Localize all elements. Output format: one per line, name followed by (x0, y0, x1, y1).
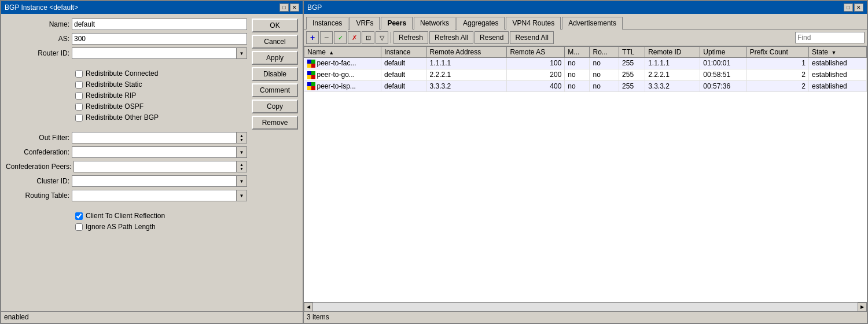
out-filter-input[interactable] (72, 132, 237, 143)
right-title-controls: □ ✕ (844, 3, 863, 12)
ignore-as-path-checkbox[interactable] (75, 223, 83, 231)
client-to-client-label: Client To Client Reflection (86, 212, 165, 220)
scroll-right-button[interactable]: ▶ (858, 303, 867, 312)
col-m[interactable]: M... (565, 47, 590, 58)
tab-advertisements[interactable]: Advertisements (562, 17, 623, 30)
client-to-client-row: Client To Client Reflection (75, 212, 247, 220)
confederation-peers-input[interactable] (73, 161, 237, 172)
copy-button[interactable]: Copy (252, 100, 298, 113)
table-header-row: Name ▲ Instance Remote Address Remote AS… (304, 47, 867, 58)
cell-uptime: 00:58:51 (700, 69, 746, 80)
redistribute-ospf-checkbox[interactable] (75, 103, 83, 111)
scroll-left-button[interactable]: ◀ (304, 303, 313, 312)
filter-button[interactable]: ▽ (376, 31, 388, 44)
refresh-button[interactable]: Refresh (393, 31, 428, 44)
col-remote-address[interactable]: Remote Address (426, 47, 507, 58)
client-to-client-checkbox[interactable] (75, 212, 83, 220)
confederation-peers-dropdown-btn[interactable]: ▲▼ (237, 161, 247, 172)
out-filter-dropdown-btn[interactable]: ▲▼ (237, 132, 247, 143)
confederation-input[interactable] (72, 146, 237, 158)
cluster-id-dropdown-btn[interactable]: ▼ (237, 175, 247, 187)
remove-toolbar-button[interactable]: − (320, 31, 333, 44)
left-title-bar: BGP Instance <default> □ ✕ (1, 1, 303, 14)
disable-button[interactable]: Disable (252, 67, 298, 81)
right-restore-button[interactable]: □ (844, 3, 853, 12)
redistribute-rip-checkbox[interactable] (75, 92, 83, 100)
apply-button[interactable]: Apply (252, 51, 298, 65)
confederation-label: Confederation: (6, 148, 69, 156)
cell-prefix-count: 2 (746, 69, 808, 80)
left-restore-button[interactable]: □ (279, 3, 289, 12)
tab-aggregates[interactable]: Aggregates (457, 17, 505, 30)
col-ro[interactable]: Ro... (590, 47, 619, 58)
routing-table-input-group: ▼ (72, 190, 247, 201)
right-close-button[interactable]: ✕ (854, 3, 863, 12)
find-input[interactable] (795, 32, 865, 43)
tab-networks[interactable]: Networks (414, 17, 455, 30)
routing-table-row: Routing Table: ▼ (6, 190, 247, 201)
tabs-bar: Instances VRFs Peers Networks Aggregates… (304, 14, 867, 29)
table-row[interactable]: peer-to-go...default2.2.2.1200nono2552.2… (304, 69, 867, 80)
col-remote-id[interactable]: Remote ID (645, 47, 700, 58)
cell-remote-as: 200 (507, 69, 565, 80)
redistribute-connected-row: Redistribute Connected (75, 69, 247, 78)
col-remote-as[interactable]: Remote AS (507, 47, 565, 58)
cross-button[interactable]: ✗ (348, 31, 361, 44)
col-name[interactable]: Name ▲ (304, 47, 381, 58)
cell-state: established (809, 80, 867, 92)
form-section: Name: AS: Router ID: ▼ Redistribute (6, 19, 247, 307)
router-id-dropdown-btn[interactable]: ▼ (237, 47, 247, 59)
cell-remote-id: 2.2.2.1 (645, 69, 700, 80)
state-sort-arrow-icon: ▼ (831, 50, 836, 56)
cell-m: no (565, 58, 590, 69)
cancel-button[interactable]: Cancel (252, 35, 298, 49)
resend-all-button[interactable]: Resend All (510, 31, 553, 44)
cluster-id-label: Cluster ID: (6, 177, 69, 185)
right-panel: BGP □ ✕ Instances VRFs Peers Networks Ag… (304, 0, 868, 324)
redistribute-connected-label: Redistribute Connected (86, 69, 158, 78)
name-input[interactable] (72, 19, 247, 30)
tab-vrfs[interactable]: VRFs (350, 17, 380, 30)
cell-ro: no (590, 80, 619, 92)
tab-peers[interactable]: Peers (381, 17, 413, 30)
redistribute-connected-checkbox[interactable] (75, 70, 83, 78)
ok-button[interactable]: OK (252, 19, 298, 32)
redistribute-rip-label: Redistribute RIP (86, 91, 136, 100)
cell-name: peer-to-go... (304, 69, 381, 80)
cell-uptime: 00:57:36 (700, 80, 746, 92)
routing-table-input[interactable] (72, 190, 237, 201)
col-instance[interactable]: Instance (381, 47, 427, 58)
scroll-track[interactable] (313, 303, 858, 312)
tab-vpn4routes[interactable]: VPN4 Routes (506, 17, 561, 30)
comment-button[interactable]: Comment (252, 83, 298, 97)
col-state[interactable]: State ▼ (809, 47, 867, 58)
check-button[interactable]: ✓ (334, 31, 347, 44)
confederation-dropdown-btn[interactable]: ▼ (237, 146, 247, 158)
cluster-id-input[interactable] (72, 175, 237, 187)
router-id-input[interactable] (72, 47, 237, 59)
right-status-text: 3 items (307, 313, 329, 321)
redistribute-static-label: Redistribute Static (86, 80, 142, 89)
out-filter-row: Out Filter: ▲▼ (6, 132, 247, 143)
table-row[interactable]: peer-to-fac...default1.1.1.1100nono2551.… (304, 58, 867, 69)
table-row[interactable]: peer-to-isp...default3.3.3.2400nono2553.… (304, 80, 867, 92)
right-panel-title: BGP (307, 3, 322, 12)
tab-instances[interactable]: Instances (306, 17, 348, 30)
as-row: AS: (6, 33, 247, 45)
as-input[interactable] (72, 33, 247, 45)
copy-toolbar-button[interactable]: ⊡ (362, 31, 374, 44)
col-prefix-count[interactable]: Prefix Count (746, 47, 808, 58)
out-filter-label: Out Filter: (6, 134, 69, 142)
left-close-button[interactable]: ✕ (290, 3, 299, 12)
remove-button[interactable]: Remove (252, 116, 298, 130)
refresh-all-button[interactable]: Refresh All (429, 31, 473, 44)
redistribute-static-checkbox[interactable] (75, 81, 83, 89)
resend-button[interactable]: Resend (475, 31, 509, 44)
table-body: peer-to-fac...default1.1.1.1100nono2551.… (304, 58, 867, 92)
col-ttl[interactable]: TTL (619, 47, 645, 58)
add-button[interactable]: + (306, 31, 319, 44)
peers-table-container: Name ▲ Instance Remote Address Remote AS… (304, 46, 867, 302)
redistribute-other-checkbox[interactable] (75, 114, 83, 122)
col-uptime[interactable]: Uptime (700, 47, 746, 58)
routing-table-dropdown-btn[interactable]: ▼ (237, 190, 247, 201)
